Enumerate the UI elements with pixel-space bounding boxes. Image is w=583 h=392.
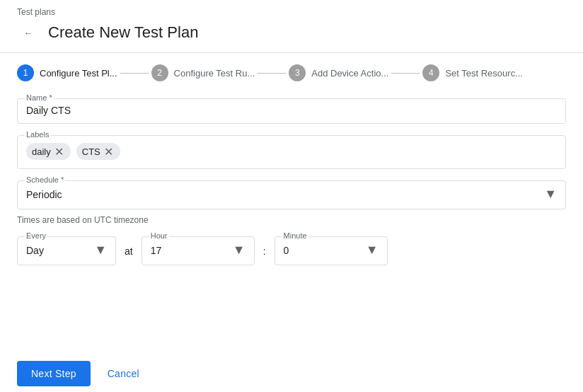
labels-label: Labels — [25, 130, 50, 139]
colon-separator: : — [263, 246, 266, 257]
back-button[interactable]: ← — [17, 21, 40, 44]
step-4-label: Set Test Resourc... — [445, 68, 523, 79]
name-label: Name — [25, 93, 54, 102]
chip-cts-remove[interactable]: ✕ — [103, 146, 115, 157]
every-chevron-down-icon: ▼ — [94, 243, 107, 258]
step-3: 3 Add Device Actio... — [289, 64, 388, 81]
step-3-label: Add Device Actio... — [311, 68, 388, 79]
step-1-circle: 1 — [17, 64, 34, 81]
name-field-wrapper: Name — [17, 98, 566, 124]
periodic-row: Every Day ▼ at Hour 17 ▼ : Minute — [17, 236, 566, 265]
minute-label: Minute — [282, 231, 308, 240]
chip-daily-text: daily — [32, 146, 51, 157]
back-arrow-icon: ← — [23, 28, 33, 38]
hour-select-inner: 17 ▼ — [151, 243, 246, 258]
step-2: 2 Configure Test Ru... — [151, 64, 255, 81]
chip-daily: daily ✕ — [26, 143, 71, 160]
minute-value: 0 — [284, 245, 289, 256]
hour-select-wrapper[interactable]: Hour 17 ▼ — [142, 236, 255, 265]
every-label: Every — [25, 231, 47, 240]
schedule-field-wrapper[interactable]: Schedule Periodic ▼ — [17, 180, 566, 209]
step-1-label: Configure Test Pl... — [40, 68, 117, 79]
breadcrumb: Test plans — [17, 7, 566, 17]
at-label: at — [125, 246, 133, 257]
labels-container: daily ✕ CTS ✕ — [26, 142, 557, 161]
step-4-circle: 4 — [422, 64, 439, 81]
schedule-label: Schedule — [25, 175, 65, 184]
step-3-circle: 3 — [289, 64, 306, 81]
actions-row: Next Step Cancel — [0, 355, 583, 392]
top-bar: Test plans ← Create New Test Plan — [0, 0, 583, 53]
schedule-chevron-down-icon: ▼ — [544, 187, 557, 202]
schedule-value: Periodic — [26, 189, 62, 200]
stepper: 1 Configure Test Pl... 2 Configure Test … — [0, 53, 583, 93]
page-title: Create New Test Plan — [48, 23, 198, 42]
labels-field-wrapper: Labels daily ✕ CTS ✕ — [17, 135, 566, 169]
chip-daily-remove[interactable]: ✕ — [54, 146, 65, 157]
hour-chevron-down-icon: ▼ — [233, 243, 246, 258]
chip-cts: CTS ✕ — [76, 143, 120, 160]
step-connector-1 — [120, 73, 149, 74]
schedule-select-row: Periodic ▼ — [26, 187, 557, 202]
every-select-inner: Day ▼ — [26, 243, 107, 258]
step-2-label: Configure Test Ru... — [174, 68, 255, 79]
step-1: 1 Configure Test Pl... — [17, 64, 117, 81]
hour-value: 17 — [151, 245, 162, 256]
page-container: Test plans ← Create New Test Plan 1 Conf… — [0, 0, 583, 392]
every-select-wrapper[interactable]: Every Day ▼ — [17, 236, 116, 265]
cancel-button[interactable]: Cancel — [102, 361, 145, 386]
form-area: Name Labels daily ✕ CTS ✕ Schedule Perio… — [0, 93, 583, 355]
hour-label: Hour — [149, 231, 169, 240]
minute-select-inner: 0 ▼ — [284, 243, 379, 258]
page-header: ← Create New Test Plan — [17, 21, 566, 44]
step-4: 4 Set Test Resourc... — [422, 64, 523, 81]
every-value: Day — [26, 245, 44, 256]
minute-chevron-down-icon: ▼ — [366, 243, 379, 258]
name-input[interactable] — [26, 105, 557, 116]
step-2-circle: 2 — [151, 64, 168, 81]
timezone-note: Times are based on UTC timezone — [17, 215, 566, 225]
step-connector-3 — [391, 73, 420, 74]
minute-select-wrapper[interactable]: Minute 0 ▼ — [275, 236, 388, 265]
chip-cts-text: CTS — [82, 146, 100, 157]
next-step-button[interactable]: Next Step — [17, 361, 91, 386]
step-connector-2 — [258, 73, 286, 74]
